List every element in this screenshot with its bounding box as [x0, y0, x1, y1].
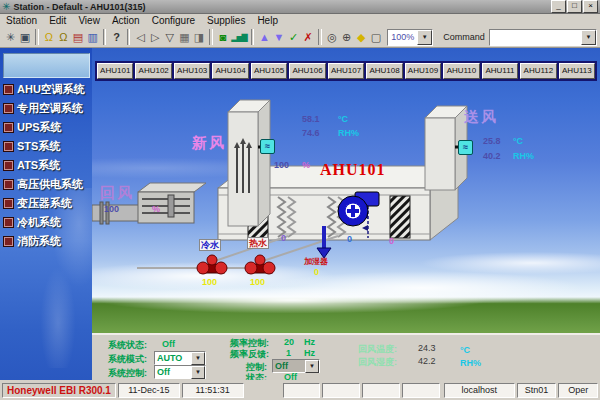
- return-air-label: 回风: [100, 184, 134, 203]
- freq-feedback-unit: Hz: [304, 348, 315, 358]
- trend-icon[interactable]: ▂▅▇: [230, 27, 247, 47]
- status-station: Stn01: [517, 383, 557, 398]
- system-mode-select[interactable]: AUTO ▼: [154, 351, 206, 365]
- sidebar-item-ups[interactable]: UPS系统: [3, 119, 62, 135]
- system-icon: [3, 236, 14, 247]
- return-air-damper-unit: %: [152, 204, 160, 214]
- display-icon[interactable]: ▣: [18, 27, 33, 47]
- system-icon: [3, 198, 14, 209]
- menu-edit[interactable]: Edit: [49, 15, 66, 26]
- page-forward-icon[interactable]: ▷: [148, 27, 163, 47]
- cold-water-label: 冷水: [199, 239, 221, 251]
- sidebar-item-chiller[interactable]: 冷机系统: [3, 214, 61, 230]
- menu-view[interactable]: View: [78, 15, 100, 26]
- toolbar-separator: [318, 29, 321, 45]
- sidebar-item-ahu[interactable]: AHU空调系统: [3, 81, 85, 97]
- chevron-down-icon[interactable]: ▼: [191, 352, 205, 365]
- command-combobox[interactable]: ▼: [489, 29, 597, 46]
- readout-mid-zero: 0: [347, 234, 352, 244]
- filter-right: [390, 196, 410, 238]
- supply-air-tower: [425, 118, 455, 190]
- detail-display-icon[interactable]: ◙: [216, 27, 231, 47]
- menu-action[interactable]: Action: [112, 15, 140, 26]
- sidebar-item-sts[interactable]: STS系统: [3, 138, 60, 154]
- readout-left-zero: 0: [281, 233, 286, 243]
- reject-icon[interactable]: ✗: [301, 27, 316, 47]
- page-recall-icon[interactable]: ▽: [162, 27, 177, 47]
- status-time: 11:51:31: [182, 383, 244, 398]
- maximize-button[interactable]: □: [567, 0, 582, 13]
- capture-icon[interactable]: ◨: [192, 27, 207, 47]
- event-summary-icon[interactable]: ▥: [85, 27, 100, 47]
- fan-status-label: 状态:: [246, 372, 267, 380]
- ahu-schematic: [92, 48, 600, 380]
- chevron-down-icon[interactable]: ▼: [417, 30, 432, 45]
- command-label: Command: [443, 32, 485, 42]
- accept-icon[interactable]: ✓: [286, 27, 301, 47]
- system-status-label: 系统状态:: [108, 339, 147, 352]
- freq-feedback-value: 1: [286, 348, 291, 358]
- fresh-air-rh-unit: RH%: [338, 128, 359, 138]
- fresh-air-sensor-icon[interactable]: ≈: [260, 139, 275, 154]
- status-bar: Honeywell EBI R300.1 11-Dec-15 11:51:31 …: [0, 380, 600, 400]
- close-button[interactable]: ×: [583, 0, 598, 13]
- chevron-down-icon[interactable]: ▼: [305, 360, 319, 373]
- menu-station[interactable]: Station: [6, 15, 37, 26]
- sidebar-item-transformer[interactable]: 变压器系统: [3, 195, 72, 211]
- return-rh-unit: RH%: [460, 358, 481, 368]
- zoom-level-value: 100%: [388, 32, 417, 42]
- sidebar-item-fire[interactable]: 消防系统: [3, 233, 61, 249]
- menu-configure[interactable]: Configure: [152, 15, 195, 26]
- toolbar-separator: [103, 29, 106, 45]
- system-icon: [3, 141, 14, 152]
- supply-air-rh-unit: RH%: [513, 151, 534, 161]
- chevron-down-icon[interactable]: ▼: [191, 366, 205, 379]
- sidebar: AHU空调系统 专用空调系统 UPS系统 STS系统 ATS系统 高压供电系统 …: [0, 48, 92, 380]
- toolbar-separator: [127, 29, 130, 45]
- humidifier-label: 加湿器: [304, 256, 328, 267]
- fresh-air-temp-unit: °C: [338, 114, 348, 124]
- zoom-icon[interactable]: ⊕: [339, 27, 354, 47]
- lower-icon[interactable]: ▼: [272, 27, 287, 47]
- brand-label: Honeywell EBI R300.1: [2, 383, 116, 398]
- sidebar-item-special-ac[interactable]: 专用空调系统: [3, 100, 83, 116]
- ahu-diagram-title: AHU101: [320, 161, 386, 179]
- menu-bar: Station Edit View Action Configure Suppl…: [0, 14, 600, 27]
- sidebar-item-hv-power[interactable]: 高压供电系统: [3, 176, 83, 192]
- status-empty-4: [402, 383, 440, 398]
- system-control-label: 系统控制:: [108, 367, 147, 380]
- menu-supplies[interactable]: Supplies: [207, 15, 245, 26]
- alert-summary-icon[interactable]: ▤: [71, 27, 86, 47]
- freq-feedback-label: 频率反馈:: [230, 348, 269, 361]
- return-air-damper-value: 100: [104, 204, 119, 214]
- help-icon[interactable]: ?: [109, 27, 124, 47]
- supply-air-label: 送风: [464, 108, 498, 127]
- freq-control-unit: Hz: [304, 337, 315, 347]
- status-empty-3: [362, 383, 400, 398]
- title-bar: ✳ Station - Default - AHU101(315) _ □ ×: [0, 0, 600, 14]
- alarm-summary-icon[interactable]: Ω: [42, 27, 57, 47]
- window-title: Station - Default - AHU101(315): [13, 2, 550, 12]
- select-area-icon[interactable]: ▢: [369, 27, 384, 47]
- pan-icon[interactable]: ◆: [354, 27, 369, 47]
- status-date: 11-Dec-15: [118, 383, 180, 398]
- raise-icon[interactable]: ▲: [257, 27, 272, 47]
- print-icon[interactable]: ▦: [177, 27, 192, 47]
- alarm-ack-icon[interactable]: Ω: [56, 27, 71, 47]
- zoom-level-select[interactable]: 100% ▼: [387, 29, 433, 46]
- minimize-button[interactable]: _: [551, 0, 566, 13]
- page-back-icon[interactable]: ◁: [133, 27, 148, 47]
- chevron-down-icon[interactable]: ▼: [581, 30, 596, 45]
- graphic-display: AHU101 AHU102 AHU103 AHU104 AHU105 AHU10…: [92, 48, 600, 380]
- sidebar-item-ats[interactable]: ATS系统: [3, 157, 60, 173]
- menu-help[interactable]: Help: [257, 15, 278, 26]
- fresh-air-damper-value: 100: [274, 160, 289, 170]
- station-icon[interactable]: ✳: [3, 27, 18, 47]
- fan-control-select[interactable]: Off ▼: [272, 359, 320, 373]
- supply-air-sensor-icon[interactable]: ≈: [458, 140, 473, 155]
- cold-water-position: 100: [202, 277, 217, 287]
- status-empty-2: [322, 383, 360, 398]
- system-control-select[interactable]: Off ▼: [154, 365, 206, 379]
- find-icon[interactable]: ◎: [325, 27, 340, 47]
- hot-water-label: 热水: [247, 237, 269, 249]
